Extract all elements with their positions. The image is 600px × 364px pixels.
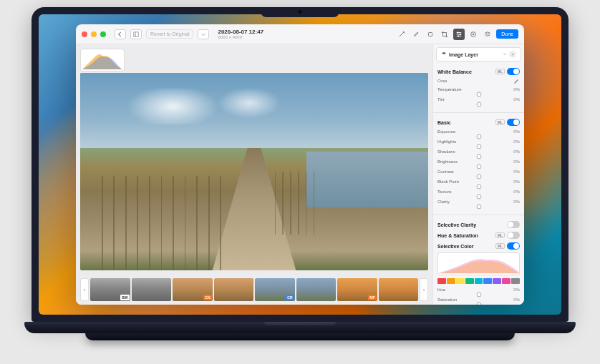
selective-color-header: Selective Color ML xyxy=(437,240,520,251)
svg-point-5 xyxy=(458,35,460,36)
eraser-icon[interactable] xyxy=(425,29,436,40)
preset-thumb[interactable] xyxy=(379,278,419,301)
white-balance-toggle[interactable] xyxy=(507,68,520,75)
color-swatch[interactable] xyxy=(447,278,455,284)
photo-water xyxy=(306,152,428,207)
ml-badge[interactable]: ML xyxy=(495,119,505,125)
adjustments-panel: Image Layer × White Balance ML xyxy=(432,44,524,305)
hue-label: Hue xyxy=(437,287,445,292)
laptop-foot xyxy=(85,333,515,340)
color-swatch[interactable] xyxy=(483,278,492,284)
zoom-dropdown[interactable] xyxy=(198,29,209,39)
section-title: White Balance xyxy=(437,69,472,74)
tint-label: Tint xyxy=(437,97,445,102)
done-button[interactable]: Done xyxy=(496,29,518,39)
ml-badge[interactable]: ML xyxy=(495,243,505,249)
highlights-value: 0% xyxy=(513,139,520,144)
preset-thumb[interactable] xyxy=(214,278,254,301)
close-window-button[interactable] xyxy=(82,31,87,37)
clarity-label: Clarity xyxy=(437,200,450,204)
traffic-lights xyxy=(82,31,106,37)
preset-thumb[interactable] xyxy=(132,278,172,301)
svg-point-4 xyxy=(460,34,461,35)
preset-thumb-bw[interactable]: BW xyxy=(90,278,130,301)
photo-canvas[interactable] xyxy=(80,73,428,270)
laptop-mockup: Revert to Original 2020-08-07 12:47 6000… xyxy=(24,7,576,350)
brightness-label: Brightness xyxy=(437,159,458,164)
main-area: ‹ BW CN CR MF › xyxy=(76,44,524,305)
preset-thumb[interactable] xyxy=(296,278,337,301)
hue-value: 0% xyxy=(513,287,520,292)
saturation-label: Saturation xyxy=(437,297,457,302)
basic-header: Basic ML xyxy=(437,117,520,127)
laptop-base xyxy=(24,322,576,333)
selective-clarity-header: Selective Clarity xyxy=(437,219,520,230)
color-swatch[interactable] xyxy=(475,278,483,284)
back-button[interactable] xyxy=(115,29,126,39)
preset-tag: BW xyxy=(120,295,129,300)
screen-bezel: Revert to Original 2020-08-07 12:47 6000… xyxy=(32,7,568,322)
revert-button[interactable]: Revert to Original xyxy=(146,29,193,39)
display-notch xyxy=(261,7,339,17)
color-curve[interactable] xyxy=(437,252,520,275)
filmstrip-prev-button[interactable]: ‹ xyxy=(80,278,89,301)
color-swatch[interactable] xyxy=(493,278,501,284)
color-swatch[interactable] xyxy=(511,278,520,284)
preset-thumb-mf[interactable]: MF xyxy=(337,278,377,301)
histogram[interactable] xyxy=(80,49,125,72)
tint-value: 0% xyxy=(513,97,520,102)
hue-saturation-toggle[interactable] xyxy=(507,232,520,239)
contrast-value: 0% xyxy=(513,169,520,174)
fullscreen-window-button[interactable] xyxy=(100,31,106,37)
photo-editor-window: Revert to Original 2020-08-07 12:47 6000… xyxy=(76,24,524,305)
color-swatch[interactable] xyxy=(465,278,474,284)
eyedropper-icon[interactable] xyxy=(513,77,520,84)
brush-icon[interactable] xyxy=(410,29,422,40)
ml-badge[interactable]: ML xyxy=(495,69,505,74)
desktop-wallpaper: Revert to Original 2020-08-07 12:47 6000… xyxy=(39,14,561,315)
crop-icon[interactable] xyxy=(439,29,450,40)
black-point-value: 0% xyxy=(513,179,520,184)
section-title: Hue & Saturation xyxy=(437,233,478,238)
color-swatch[interactable] xyxy=(437,278,446,284)
layer-dropdown[interactable]: Image Layer × xyxy=(436,47,521,62)
section-title: Basic xyxy=(437,120,451,125)
svg-point-7 xyxy=(473,34,474,35)
sidebar-toggle-button[interactable] xyxy=(130,29,142,39)
temperature-value: 0% xyxy=(513,87,520,92)
image-dimensions: 6000 × 4000 xyxy=(218,35,392,39)
svg-point-3 xyxy=(458,31,459,33)
shadows-label: Shadows xyxy=(437,149,455,154)
minimize-window-button[interactable] xyxy=(91,31,97,37)
canvas-area: ‹ BW CN CR MF › xyxy=(76,44,432,305)
exposure-label: Exposure xyxy=(437,129,455,134)
texture-label: Texture xyxy=(437,190,452,194)
photo-fence-left xyxy=(91,176,223,270)
selective-color-toggle[interactable] xyxy=(507,242,520,250)
effects-icon[interactable] xyxy=(468,29,479,40)
layer-close-button[interactable]: × xyxy=(509,51,516,58)
shadows-value: 0% xyxy=(513,149,520,154)
preset-tag: MF xyxy=(368,295,376,300)
svg-rect-0 xyxy=(134,31,138,36)
layers-icon[interactable] xyxy=(482,29,493,40)
ml-badge[interactable]: ML xyxy=(495,232,505,238)
color-swatch[interactable] xyxy=(502,278,511,284)
section-title: Selective Color xyxy=(437,244,474,249)
preset-tag: CN xyxy=(203,295,211,300)
preset-thumb-cr[interactable]: CR xyxy=(255,278,295,301)
contrast-label: Contrast xyxy=(437,169,454,174)
crop-label: Crop xyxy=(437,79,447,83)
layer-icon xyxy=(441,51,447,57)
svg-rect-2 xyxy=(429,32,432,36)
preset-thumb-cn[interactable]: CN xyxy=(173,278,213,301)
image-title: 2020-08-07 12:47 xyxy=(218,29,392,35)
adjust-icon[interactable] xyxy=(453,29,465,40)
filmstrip-next-button[interactable]: › xyxy=(420,278,428,301)
color-swatch[interactable] xyxy=(456,278,465,284)
basic-toggle[interactable] xyxy=(507,119,520,126)
texture-value: 0% xyxy=(513,190,520,194)
selective-clarity-toggle[interactable] xyxy=(507,221,520,228)
magic-wand-icon[interactable] xyxy=(396,29,407,40)
preset-filmstrip: ‹ BW CN CR MF › xyxy=(76,275,432,305)
